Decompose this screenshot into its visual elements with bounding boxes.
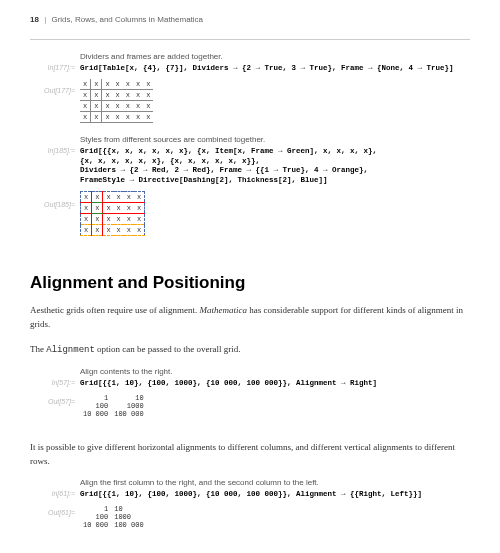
code-2-line3: Dividers → {2 → Red, 2 → Red}, Frame → {… bbox=[80, 166, 470, 176]
section-heading: Alignment and Positioning bbox=[30, 273, 470, 293]
header-sep: | bbox=[44, 15, 46, 24]
page-header: 18 | Grids, Rows, and Columns in Mathema… bbox=[30, 15, 470, 24]
code-3: Grid[{{1, 10}, {100, 1000}, {10 000, 100… bbox=[80, 379, 470, 389]
in-label-2: In[185]:= bbox=[30, 147, 75, 154]
para-1: Aesthetic grids often require use of ali… bbox=[30, 303, 470, 332]
out-label-3: Out[57]= bbox=[30, 398, 75, 405]
code-2-line4: FrameStyle → Directive[Dashing[2], Thick… bbox=[80, 176, 470, 186]
output-4: 110 1001000 10 000100 000 bbox=[80, 505, 470, 529]
header-divider bbox=[30, 39, 470, 40]
caption-2: Styles from different sources are combin… bbox=[80, 135, 470, 144]
output-2: xxxxxx xxxxxx xxxxxx xxxxxx bbox=[80, 191, 470, 236]
in-label-3: In[57]:= bbox=[30, 379, 75, 386]
code-2: Grid[{{x, x, x, x, x, x}, {x, Item[x, Fr… bbox=[80, 147, 470, 186]
header-title: Grids, Rows, and Columns in Mathematica bbox=[51, 15, 203, 24]
code-2-line2: {x, x, x, x, x, x}, {x, x, x, x, x, x}}, bbox=[80, 157, 470, 167]
para-3: It is possible to give different horizon… bbox=[30, 440, 470, 469]
out-label-4: Out[61]= bbox=[30, 509, 75, 516]
output-1: xxxxxxx xxxxxxx xxxxxxx xxxxxxx bbox=[80, 79, 470, 123]
code-1: Grid[Table[x, {4}, {7}], Dividers → {2 →… bbox=[80, 64, 470, 74]
code-4: Grid[{{1, 10}, {100, 1000}, {10 000, 100… bbox=[80, 490, 470, 500]
code-2-line1: Grid[{{x, x, x, x, x, x}, {x, Item[x, Fr… bbox=[80, 147, 470, 157]
out-label-2: Out[185]= bbox=[30, 201, 75, 208]
para-2: The Alignment option can be passed to th… bbox=[30, 342, 470, 357]
page-number: 18 bbox=[30, 15, 39, 24]
caption-3: Align contents to the right. bbox=[80, 367, 470, 376]
caption-1: Dividers and frames are added together. bbox=[80, 52, 470, 61]
in-label-1: In[177]:= bbox=[30, 64, 75, 71]
out-label-1: Out[177]= bbox=[30, 87, 75, 94]
caption-4: Align the first column to the right, and… bbox=[80, 478, 470, 487]
output-3: 110 1001000 10 000100 000 bbox=[80, 394, 470, 418]
in-label-4: In[61]:= bbox=[30, 490, 75, 497]
